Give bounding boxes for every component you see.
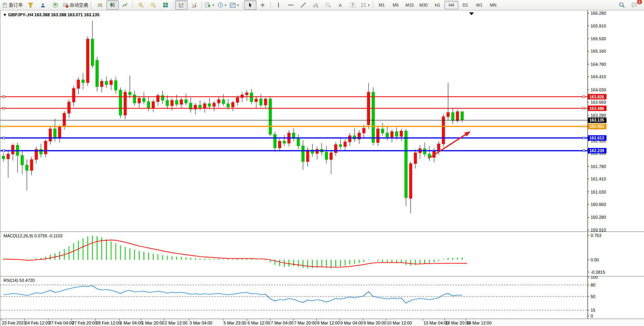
line-chart-button[interactable] [119,0,131,10]
candle-body [362,128,365,133]
rsi-axis-label: 0 [591,314,593,318]
candle-body [424,149,426,154]
horizontal-line-button[interactable] [285,0,297,10]
rsi-pane[interactable]: 1008050150 [0,276,644,319]
chevron-down-icon: ▾ [368,3,369,7]
equidistant-channel-button[interactable]: E [309,0,322,10]
svg-text:A: A [339,3,342,8]
price-tick-label: 165.910 [591,24,606,28]
timeframe-h1-button[interactable]: H1 [430,1,444,9]
candle-body [147,102,150,108]
new-order-button[interactable]: 新订单 [1,0,24,10]
trendline-button[interactable] [297,0,309,10]
line-handle[interactable] [3,107,5,109]
candle-body [171,100,173,106]
candle-body [316,149,318,154]
template-button[interactable]: ▾ [228,0,241,10]
timeframe-w1-button[interactable]: W1 [472,1,486,9]
timeframe-m15-button[interactable]: M15 [403,1,417,9]
main-price-pane[interactable]: 166.280165.910165.530165.160164.780164.4… [0,10,644,232]
line-handle[interactable] [3,96,5,98]
macd-pane[interactable]: 0.7630.00-0.3815 [0,232,644,276]
candle-body [152,102,155,108]
line-handle[interactable] [3,150,5,152]
fibonacci-button[interactable]: F [322,0,334,10]
crosshair-button[interactable] [256,0,269,10]
arrange-right-button[interactable] [188,0,200,10]
text-label-button[interactable]: T [347,0,359,10]
vertical-line-button[interactable] [272,0,285,10]
tile-windows-button[interactable] [159,0,172,10]
candle-body [246,93,248,95]
timeframe-m5-button[interactable]: M5 [389,1,403,9]
candlestick-chart-button[interactable] [106,0,119,10]
arrange-left-button[interactable] [175,0,188,10]
time-axis-label: 1 Mar 04:00 [120,321,143,325]
line-handle[interactable] [583,107,585,109]
rsi-axis-label: 80 [591,283,595,287]
bar-chart-button[interactable] [94,0,106,10]
timeframe-mn-button[interactable]: MN [486,1,500,9]
svg-text:163.486: 163.486 [589,106,604,111]
toolbar-separator [202,2,202,9]
candle-body [184,100,187,103]
add-indicator-button[interactable]: ▾ [203,0,216,10]
line-handle[interactable] [3,125,5,127]
search-button[interactable] [616,0,628,10]
candle-body [96,60,99,87]
time-tick [141,319,141,321]
accounts-button[interactable] [37,0,49,10]
candle-body [325,152,328,160]
zoom-in-icon [138,2,144,8]
text-button[interactable]: A [334,0,347,10]
line-handle[interactable] [583,137,585,139]
trendline-icon [301,2,306,8]
annotation-arrow[interactable] [429,133,468,158]
timeframe-d1-button[interactable]: D1 [458,1,472,9]
toolbar: 新订单 自动交易 ▾ ▾ [0,0,644,10]
line-handle[interactable] [583,96,585,98]
time-axis-label: 14 Mar 12:00 [466,321,492,325]
candle-body [302,146,304,161]
label-icon: T [350,2,356,8]
notifications-button[interactable]: 1 [628,0,641,10]
chevron-down-icon: ▾ [225,3,226,7]
time-axis-label: 1 Mar 20:00 [142,321,164,325]
candle-body [386,133,389,137]
time-tick [71,319,72,321]
auto-trading-button[interactable]: 自动交易 [61,0,90,10]
cursor-icon [248,2,253,8]
arrows-button[interactable]: ▾ [359,0,371,10]
candle-body [250,93,253,102]
candle-body [227,104,229,107]
macd-axis-label: 0.763 [591,233,601,238]
new-order-icon [3,3,8,8]
time-axis-label: 28 Feb 12:00 [96,321,121,325]
timeframe-m1-button[interactable]: M1 [375,1,389,9]
line-handle[interactable] [583,150,585,152]
price-tick-label: 163.660 [591,100,606,105]
time-axis-label: 9 Mar 04:00 [340,321,363,325]
zoom-out-button[interactable] [147,0,159,10]
market-watch-button[interactable] [24,0,37,10]
time-axis[interactable]: 23 Feb 202324 Feb 12:0027 Feb 04:0027 Fe… [0,319,644,326]
candle-body [68,102,70,113]
signals-button[interactable] [49,0,61,10]
chart-shift-right-icon [191,3,196,8]
price-tick-label: 165.160 [591,49,606,53]
candle-body [213,103,215,106]
time-tick [340,319,340,321]
zoom-in-button[interactable] [135,0,147,10]
cursor-button[interactable] [244,0,256,10]
time-axis-label: 2 Mar 12:00 [165,321,188,325]
line-handle[interactable] [583,125,585,127]
period-button[interactable]: ▾ [216,0,228,10]
time-tick [24,319,25,321]
candle-body [128,92,131,95]
candle-body [7,154,10,159]
candle-body [372,92,374,142]
shift-marker-icon[interactable] [469,12,474,15]
line-handle[interactable] [3,137,5,139]
timeframe-h4-button[interactable]: H4 [444,1,458,9]
timeframe-m30-button[interactable]: M30 [417,1,430,9]
